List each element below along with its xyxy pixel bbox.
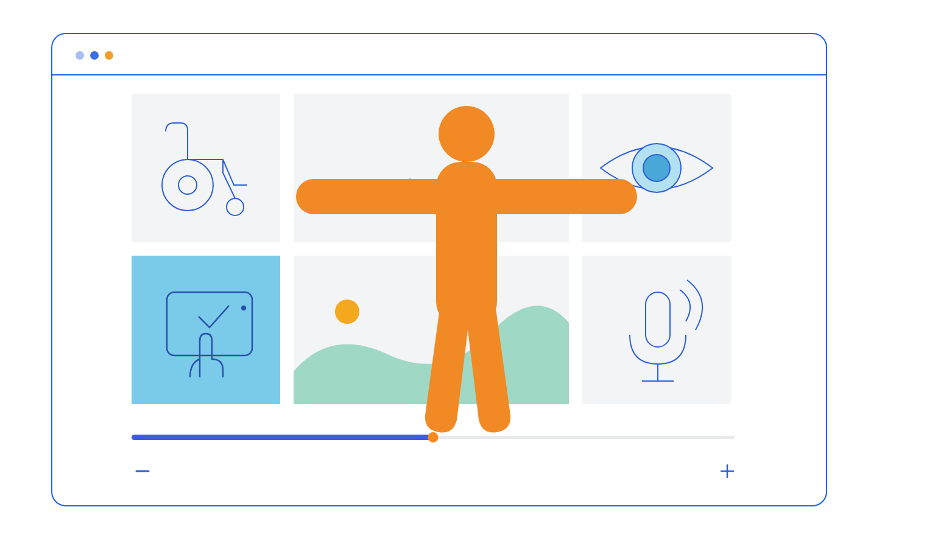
svg-point-1 bbox=[178, 176, 197, 194]
touch-tablet-icon bbox=[132, 256, 280, 404]
minus-icon bbox=[135, 464, 150, 478]
svg-rect-5 bbox=[167, 292, 252, 355]
slider-handle[interactable] bbox=[428, 432, 439, 443]
tile-eye[interactable] bbox=[582, 94, 731, 242]
svg-rect-7 bbox=[646, 292, 670, 347]
plus-icon bbox=[720, 464, 735, 478]
tile-wheelchair[interactable] bbox=[132, 94, 280, 242]
tile-center-top[interactable] bbox=[294, 94, 569, 242]
window-dot-minimize[interactable] bbox=[76, 51, 84, 60]
wheelchair-icon bbox=[132, 94, 280, 242]
slider-fill bbox=[132, 435, 433, 440]
svg-point-2 bbox=[227, 198, 244, 215]
svg-point-6 bbox=[242, 306, 245, 310]
window-dot-maximize[interactable] bbox=[90, 51, 99, 60]
microphone-icon bbox=[582, 256, 731, 404]
checkmark-icon bbox=[294, 94, 569, 242]
browser-window bbox=[51, 33, 827, 506]
window-dot-close[interactable] bbox=[105, 51, 113, 60]
tile-landscape[interactable] bbox=[294, 256, 569, 404]
svg-point-4 bbox=[643, 155, 670, 181]
eye-icon bbox=[582, 94, 731, 242]
zoom-out-button[interactable] bbox=[135, 464, 150, 481]
svg-point-0 bbox=[162, 159, 213, 211]
landscape-icon bbox=[294, 256, 569, 404]
window-titlebar bbox=[52, 34, 826, 75]
zoom-in-button[interactable] bbox=[720, 464, 735, 481]
tile-touch[interactable] bbox=[132, 256, 280, 404]
tile-microphone[interactable] bbox=[582, 256, 731, 404]
